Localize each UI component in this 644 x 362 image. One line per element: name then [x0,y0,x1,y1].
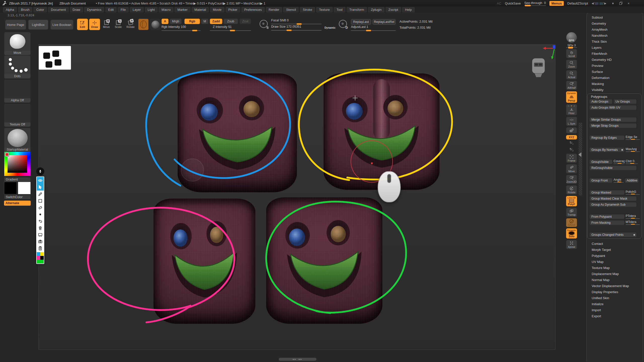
coverage-slider[interactable]: Coverag [614,159,625,164]
color-pink[interactable] [37,256,40,260]
tool-section-header[interactable]: Normal Map [586,277,644,283]
group-front-button[interactable]: Group Front [589,178,613,183]
menu-item[interactable]: Stencil [283,7,299,13]
switch-color-button[interactable]: SwitchColor [4,195,31,199]
merge-similar-groups-button[interactable]: Merge Similar Groups [589,117,637,122]
see-through-knob[interactable] [525,5,531,6]
menu-item[interactable]: Edit [105,7,116,13]
color-picker[interactable] [4,152,31,176]
cluster-slider[interactable]: Clstr 0. [626,159,638,164]
stroke-picker-dots[interactable]: Dots [4,55,31,79]
tool-section-header[interactable]: NanoMesh [586,33,644,39]
tool-section-header[interactable]: Import [586,307,644,313]
menu-item[interactable]: File [118,7,129,13]
menu-item[interactable]: Transform [347,7,367,13]
saturation-value-square[interactable] [8,155,27,173]
xpose-button[interactable]: Xpose [566,240,577,249]
angle-slider[interactable]: Angle [614,178,624,183]
tool-section-header[interactable]: Thick Skin [586,39,644,45]
default-zscript-button[interactable]: DefaultZScript [567,2,588,5]
cursor-tool-button[interactable] [37,184,44,191]
rotate-mode-button[interactable]: R Rotate [125,19,136,30]
tray-divider-scrollbar[interactable] [579,123,582,196]
tool-section-header[interactable]: Masking [586,81,644,87]
tool-section-header[interactable]: Vector Displacement Map [586,283,644,289]
solo-button[interactable]: Dynamic Solo [566,228,577,239]
zoom3d-button[interactable]: Zoom3D [566,175,577,184]
zadd-button[interactable]: Zadd [210,19,222,24]
menu-item[interactable]: Color [33,7,47,13]
tool-section-header[interactable]: UV Map [586,259,644,265]
group-as-dynamesh-sub-button[interactable]: Group As Dynamesh Sub [589,202,637,207]
menu-item[interactable]: Help [402,7,415,13]
draw-mode-button[interactable]: Draw [89,19,100,30]
auto-groups-button[interactable]: Auto Groups [589,99,613,104]
edit-mode-button[interactable]: Edit [77,19,88,30]
current-brush-thumbnail[interactable] [138,19,149,30]
tool-section-header[interactable]: Preview [586,63,644,69]
aahalf-button[interactable]: AAHalf [566,81,577,90]
tool-section-header[interactable]: Initialize [586,301,644,307]
color-blue[interactable] [37,252,40,256]
from-polypaint-button[interactable]: From Polypaint [589,214,625,219]
regroup-by-edges-button[interactable]: Regroup By Edges [589,135,625,140]
orbit-z-button[interactable]: ↻Z [570,148,574,153]
polish-groups-slider[interactable]: PolishG [626,190,640,195]
m-tolerance-slider[interactable]: MTolera [626,220,640,225]
zoom-button[interactable]: Zoom [566,60,577,69]
menu-item[interactable]: Document [48,7,68,13]
transparency-button[interactable]: Transp [566,208,577,217]
show-hide-button[interactable] [37,177,44,184]
z-intensity-slider[interactable]: Z Intensity 51 [210,25,251,31]
tray-collapse-handle[interactable] [578,152,581,157]
camera-gizmo[interactable] [532,45,555,77]
actual-size-button[interactable]: Actual [566,70,577,79]
tool-section-header[interactable]: Display Properties [586,289,644,295]
move-mode-button[interactable]: M Move [101,19,112,30]
tool-section-header[interactable]: Morph Target [586,247,644,253]
alternate-button[interactable]: Alternate [4,201,31,206]
color-black[interactable] [40,256,44,260]
tool-section-header[interactable]: Surface [586,69,644,75]
undo-button[interactable] [37,218,44,224]
gxyz-button[interactable]: XYZ [566,135,577,140]
color-yellow[interactable] [40,252,44,256]
rgb-intensity-slider[interactable]: Rgb Intensity 100 [162,25,200,31]
clear-all-button[interactable] [37,224,44,231]
menu-item[interactable]: Draw [70,7,83,13]
move-3d-button[interactable]: Move [566,164,577,173]
additive-button[interactable]: Additive [625,178,639,183]
group-masked-button[interactable]: Group Masked [589,190,625,195]
draw-size-slider[interactable]: Draw Size 172.05351 [271,25,321,30]
live-boolean-button[interactable]: Live Boolean [50,20,73,30]
uv-groups-button[interactable]: Uv Groups [614,99,637,104]
tool-section-header[interactable]: Geometry HD [586,57,644,63]
menu-item[interactable]: Marker [175,7,190,13]
menu-item[interactable]: Texture [316,7,333,13]
tool-section-header[interactable]: Displacement Map [586,271,644,277]
adjust-last-slider[interactable]: AdjustLast 1 [351,25,396,31]
brush-size-button[interactable] [37,211,44,218]
menu-item[interactable]: Render [266,7,282,13]
rgb-button[interactable]: Rgb [184,19,200,24]
home-page-button[interactable]: Home Page [5,20,26,30]
spix-slider[interactable]: SPix 3 [566,44,577,48]
merge-stray-groups-button[interactable]: Merge Stray Groups [589,123,637,128]
menu-item[interactable]: Light [145,7,157,13]
tool-section-header[interactable]: Unified Skin [586,295,644,301]
menu-item[interactable]: Preferences [242,7,265,13]
edge-sensitivity-slider[interactable]: Edge Se [626,135,640,140]
polyframe-button[interactable]: Line Fill PolyF [566,196,577,206]
dynamic-draw-size-label[interactable]: Dynamic [325,26,336,29]
tool-section-header[interactable]: Deformation [586,75,644,81]
local-symmetry-button[interactable]: L.Sym [566,117,577,126]
polygroups-header[interactable]: Polygroups [591,95,607,99]
canvas-horizontal-scrollbar[interactable]: ◂▸ ◂▸ [279,358,316,361]
menu-item[interactable]: Alpha [3,7,17,13]
scroll-button[interactable]: Scroll [566,49,577,58]
texture-picker[interactable]: Texture Off [4,104,31,127]
alpha-picker[interactable]: Alpha Off [4,79,31,103]
switch-color-swatches[interactable] [4,182,31,194]
floor-button[interactable]: X Y Z Floor [566,104,577,115]
tool-section-header[interactable]: Visibility [586,87,644,93]
